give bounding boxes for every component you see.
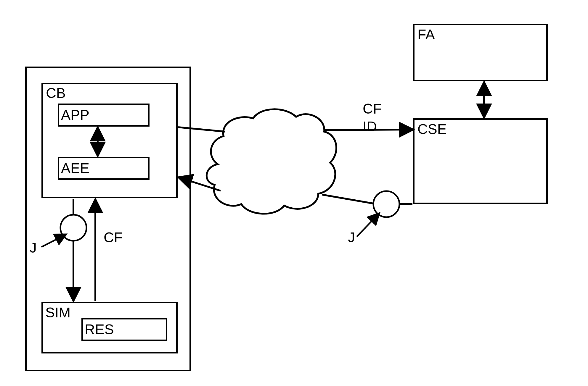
fa-label: FA: [417, 26, 435, 43]
res-box: RES: [81, 318, 167, 341]
j2-label: J: [348, 229, 355, 246]
cb-box: CB: [41, 83, 178, 198]
j1-label: J: [30, 240, 37, 256]
app-label: APP: [61, 107, 89, 123]
j2-node: [373, 191, 399, 217]
cf-id-label-1: CF: [363, 101, 382, 117]
cf-id-label-2: ID: [363, 118, 377, 135]
aee-label: AEE: [61, 160, 89, 176]
edge-j2-net: [322, 195, 373, 204]
cf-label: CF: [104, 229, 123, 246]
j2-pointer: [357, 214, 379, 237]
cse-label: CSE: [417, 121, 447, 137]
cse-box: CSE: [413, 118, 548, 204]
aee-box: AEE: [58, 157, 150, 180]
cb-label: CB: [46, 85, 66, 101]
net-label: NET: [243, 143, 271, 160]
app-box: APP: [58, 104, 150, 127]
net-cloud-icon: [207, 109, 336, 214]
res-label: RES: [85, 321, 114, 337]
sim-label: SIM: [45, 304, 70, 321]
fa-box: FA: [413, 24, 548, 81]
